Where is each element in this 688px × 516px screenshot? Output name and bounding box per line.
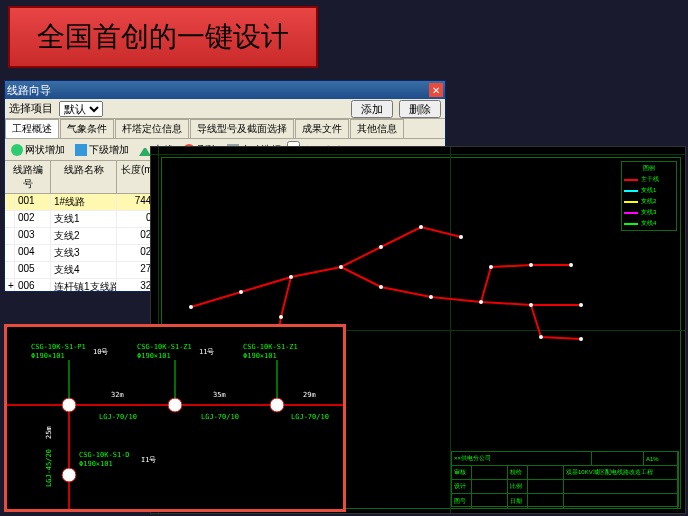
plus-icon [75,144,87,156]
svg-point-13 [529,263,533,267]
svg-point-9 [479,300,483,304]
svg-text:LGJ-70/10: LGJ-70/10 [99,413,137,421]
svg-text:Φ190×101: Φ190×101 [79,460,113,468]
legend-item: 支线4 [624,219,674,228]
svg-point-22 [168,398,182,412]
detail-inset: CSG-10K-S1-P1 Φ190×101 10号 CSG-10K-S1-Z1… [4,324,346,512]
svg-text:CSG-10K-S1-Z1: CSG-10K-S1-Z1 [243,343,298,351]
table-row[interactable]: 003支线2027 [5,228,164,245]
svg-text:LGJ-45/20: LGJ-45/20 [45,449,53,487]
svg-point-0 [189,305,193,309]
svg-text:Φ190×101: Φ190×101 [243,352,277,360]
title-block: ××供电分公司A1% 审核校绘双基10KV城区配电线路改造工程 设计比例 图号日… [451,451,679,507]
project-select-row: 选择项目 默认 添加 删除 [5,99,445,119]
svg-point-3 [339,265,343,269]
dialog-titlebar[interactable]: 线路向导 ✕ [5,81,445,99]
svg-text:11号: 11号 [199,348,214,356]
tab-results[interactable]: 成果文件 [295,119,349,138]
select-label: 选择项目 [9,101,53,116]
tab-strip: 工程概述 气象条件 杆塔定位信息 导线型号及截面选择 成果文件 其他信息 [5,119,445,139]
svg-text:LGJ-70/10: LGJ-70/10 [201,413,239,421]
svg-text:Φ190×101: Φ190×101 [137,352,171,360]
svg-point-24 [62,468,76,482]
dialog-title: 线路向导 [7,83,51,98]
svg-text:10号: 10号 [93,348,108,356]
legend-box: 图例 主干线支线1支线2支线3支线4 [621,161,677,231]
col-route-id: 线路编号 [5,161,51,193]
tab-tower-pos[interactable]: 杆塔定位信息 [115,119,189,138]
headline-banner: 全国首创的一键设计 [8,6,318,68]
table-row[interactable]: 005支线4271 [5,262,164,279]
svg-point-11 [579,303,583,307]
svg-point-15 [539,335,543,339]
legend-item: 支线1 [624,186,674,195]
project-select[interactable]: 默认 [59,101,103,117]
svg-point-1 [239,290,243,294]
plus-icon [11,144,23,156]
col-route-name: 线路名称 [51,161,117,193]
svg-text:32m: 32m [111,391,124,399]
svg-text:25m: 25m [45,426,53,439]
table-row[interactable]: 004支线3027 [5,245,164,262]
table-row[interactable]: +006连杆镇1支线路324 [5,279,164,291]
svg-point-5 [419,225,423,229]
table-row[interactable]: 002支线100 [5,211,164,228]
svg-text:35m: 35m [213,391,226,399]
legend-item: 支线3 [624,208,674,217]
svg-point-10 [529,303,533,307]
tab-overview[interactable]: 工程概述 [5,119,59,138]
ruler-top [151,147,685,155]
tab-weather[interactable]: 气象条件 [60,119,114,138]
delete-project-button[interactable]: 删除 [399,100,441,118]
svg-point-17 [279,315,283,319]
svg-point-14 [569,263,573,267]
svg-text:CSG-10K-S1-Z1: CSG-10K-S1-Z1 [137,343,192,351]
svg-text:I1号: I1号 [141,456,156,464]
svg-point-2 [289,275,293,279]
net-add-button[interactable]: 网状增加 [7,142,69,158]
route-list-grid[interactable]: 线路编号 线路名称 长度(m) 0011#线路7440002支线100003支线… [5,161,165,291]
table-row[interactable]: 0011#线路7440 [5,194,164,211]
svg-text:29m: 29m [303,391,316,399]
svg-point-6 [459,235,463,239]
svg-text:CSG-10K-S1-D: CSG-10K-S1-D [79,451,130,459]
tab-conductor[interactable]: 导线型号及截面选择 [190,119,294,138]
svg-text:LGJ-70/10: LGJ-70/10 [291,413,329,421]
add-project-button[interactable]: 添加 [351,100,393,118]
legend-item: 主干线 [624,175,674,184]
legend-item: 支线2 [624,197,674,206]
svg-point-23 [270,398,284,412]
svg-point-7 [379,285,383,289]
tab-other[interactable]: 其他信息 [350,119,404,138]
close-icon[interactable]: ✕ [429,83,443,97]
svg-point-16 [579,337,583,341]
sub-add-button[interactable]: 下级增加 [71,142,133,158]
svg-point-4 [379,245,383,249]
svg-point-12 [489,265,493,269]
svg-text:Φ190×101: Φ190×101 [31,352,65,360]
svg-point-21 [62,398,76,412]
svg-text:CSG-10K-S1-P1: CSG-10K-S1-P1 [31,343,86,351]
svg-point-8 [429,295,433,299]
